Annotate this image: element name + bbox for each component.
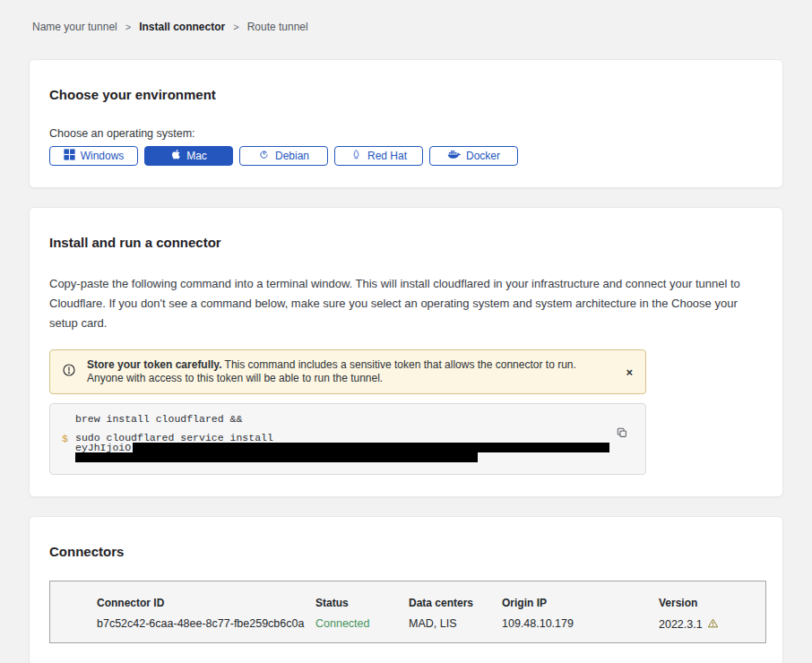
connectors-title: Connectors xyxy=(49,544,763,559)
warning-triangle-icon xyxy=(707,617,719,632)
os-button-row: Windows Mac Debian Red Hat xyxy=(49,146,763,166)
choose-environment-title: Choose your environment xyxy=(49,87,763,102)
shell-prompt: $ xyxy=(62,433,68,444)
redhat-icon xyxy=(350,149,362,163)
version-column: Version 2022.3.1 xyxy=(659,597,748,642)
os-button-label: Debian xyxy=(275,150,309,162)
status-column: Status Connected xyxy=(315,597,409,642)
command-line-2: sudo cloudflared service install xyxy=(75,433,609,443)
copy-icon[interactable] xyxy=(616,426,628,442)
breadcrumb-separator: > xyxy=(233,22,238,32)
connectors-table: Connector ID b7c52c42-6caa-48ee-8c77-fbe… xyxy=(49,581,766,643)
command-token-line: eyJhIjoiO xyxy=(75,443,609,452)
connector-id-column: Connector ID b7c52c42-6caa-48ee-8c77-fbe… xyxy=(97,597,315,642)
os-button-label: Windows xyxy=(81,150,125,162)
token-redaction-bar xyxy=(75,452,478,462)
origin-ip-column: Origin IP 109.48.10.179 xyxy=(502,597,659,642)
token-prefix: eyJhIjoiO xyxy=(75,442,131,453)
os-select-label: Choose an operating system: xyxy=(49,127,763,140)
close-icon[interactable]: × xyxy=(624,365,635,380)
install-connector-card: Install and run a connector Copy-paste t… xyxy=(29,207,783,497)
choose-environment-card: Choose your environment Choose an operat… xyxy=(29,59,783,188)
column-header-data-centers: Data centers xyxy=(409,597,502,609)
token-warning-bold: Store your token carefully. xyxy=(87,358,222,371)
status-badge: Connected xyxy=(315,617,409,630)
origin-ip-value: 109.48.10.179 xyxy=(502,617,659,630)
version-number: 2022.3.1 xyxy=(659,618,703,631)
breadcrumb-separator: > xyxy=(125,22,131,32)
alert-circle-icon xyxy=(62,363,76,381)
tunnel-setup-page: Name your tunnel > Install connector > R… xyxy=(0,0,812,663)
breadcrumb: Name your tunnel > Install connector > R… xyxy=(32,21,812,33)
breadcrumb-step-install-connector[interactable]: Install connector xyxy=(139,21,225,33)
breadcrumb-step-name-tunnel[interactable]: Name your tunnel xyxy=(32,21,117,33)
token-warning-text: Store your token carefully. This command… xyxy=(87,358,615,385)
os-button-label: Docker xyxy=(466,150,500,162)
token-warning-banner: Store your token carefully. This command… xyxy=(49,349,646,394)
command-line-1: brew install cloudflared && xyxy=(75,414,609,424)
debian-icon xyxy=(258,149,270,163)
column-header-connector-id: Connector ID xyxy=(97,597,315,609)
column-header-status: Status xyxy=(315,597,409,609)
data-centers-column: Data centers MAD, LIS xyxy=(409,597,502,642)
apple-icon xyxy=(170,149,181,163)
os-button-mac[interactable]: Mac xyxy=(144,146,233,166)
install-connector-title: Install and run a connector xyxy=(49,235,763,250)
connector-id-value: b7c52c42-6caa-48ee-8c77-fbe259cb6c0a xyxy=(97,617,315,630)
os-button-label: Mac xyxy=(186,150,207,162)
breadcrumb-step-route-tunnel[interactable]: Route tunnel xyxy=(247,21,308,33)
data-centers-value: MAD, LIS xyxy=(409,617,502,630)
column-header-version: Version xyxy=(659,597,748,609)
os-button-label: Red Hat xyxy=(367,150,407,162)
connectors-card: Connectors Connector ID b7c52c42-6caa-48… xyxy=(29,516,783,663)
os-button-docker[interactable]: Docker xyxy=(429,146,518,166)
install-command-block: brew install cloudflared && $ sudo cloud… xyxy=(49,403,646,475)
version-value: 2022.3.1 xyxy=(659,617,748,632)
install-description: Copy-paste the following command into a … xyxy=(49,274,763,333)
os-button-redhat[interactable]: Red Hat xyxy=(334,146,423,166)
os-button-debian[interactable]: Debian xyxy=(239,146,328,166)
windows-icon xyxy=(64,149,75,163)
column-header-origin-ip: Origin IP xyxy=(502,597,659,609)
token-redaction-bar xyxy=(133,443,609,452)
docker-icon xyxy=(447,150,461,163)
os-button-windows[interactable]: Windows xyxy=(49,146,138,166)
